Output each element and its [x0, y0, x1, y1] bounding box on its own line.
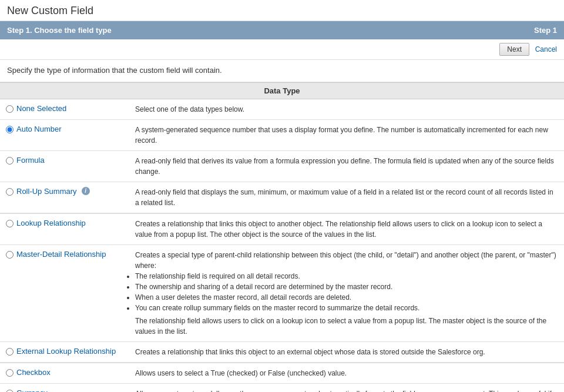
description-cell: Creates a relationship that links this o… — [129, 213, 564, 245]
radio-external-lookup-relationship[interactable] — [6, 348, 14, 356]
radio-label-text: None Selected — [16, 104, 66, 113]
radio-formula[interactable] — [6, 157, 14, 165]
radio-roll-up-summary[interactable] — [6, 188, 14, 196]
table-row: Lookup RelationshipCreates a relationshi… — [0, 213, 564, 245]
description-text: Creates a relationship that links this o… — [135, 347, 558, 357]
action-bar: Next Cancel — [0, 39, 564, 60]
radio-cell: Lookup Relationship — [0, 213, 129, 245]
next-button[interactable]: Next — [499, 43, 529, 56]
table-row: FormulaA read-only field that derives it… — [0, 151, 564, 182]
description-text: A read-only field that displays the sum,… — [135, 187, 558, 208]
step-header-label: Step 1. Choose the field type — [7, 26, 112, 35]
description-cell: A system-generated sequence number that … — [129, 120, 564, 151]
radio-label-lookup-relationship[interactable]: Lookup Relationship — [6, 219, 126, 227]
description-text: Allows users to enter a dollar or other … — [135, 388, 558, 392]
info-icon[interactable]: i — [82, 187, 90, 195]
radio-label-text: Formula — [16, 156, 45, 165]
radio-label-text: Checkbox — [16, 368, 51, 377]
bullet-item: You can create rollup summary fields on … — [135, 303, 558, 313]
page-title: New Custom Field — [7, 5, 557, 17]
bullet-item: The relationship field is required on al… — [135, 271, 558, 282]
description-text: A read-only field that derives its value… — [135, 156, 558, 177]
table-row: CheckboxAllows users to select a True (c… — [0, 363, 564, 384]
table-row: External Lookup RelationshipCreates a re… — [0, 342, 564, 363]
description-cell: A read-only field that derives its value… — [129, 151, 564, 182]
table-row: CurrencyAllows users to enter a dollar o… — [0, 384, 564, 393]
radio-label-text: Auto Number — [16, 125, 62, 133]
page-header: New Custom Field — [0, 0, 564, 21]
description-after-text: The relationship field allows users to c… — [135, 316, 558, 337]
description-cell: Creates a relationship that links this o… — [129, 342, 564, 363]
column-header: Data Type — [0, 83, 564, 99]
radio-cell: Roll-Up Summaryi — [0, 182, 129, 214]
radio-auto-number[interactable] — [6, 126, 14, 133]
bullet-item: The ownership and sharing of a detail re… — [135, 282, 558, 292]
description-cell: Select one of the data types below. — [129, 99, 564, 120]
radio-cell: Formula — [0, 151, 129, 182]
radio-cell: Auto Number — [0, 120, 129, 151]
radio-label-master-detail-relationship[interactable]: Master-Detail Relationship — [6, 250, 126, 259]
radio-label-text: Roll-Up Summary — [16, 187, 77, 196]
description-text: Creates a special type of parent-child r… — [135, 250, 558, 271]
cancel-link[interactable]: Cancel — [535, 45, 557, 53]
radio-label-none-selected[interactable]: None Selected — [6, 104, 126, 113]
radio-cell: None Selected — [0, 99, 129, 120]
description-cell: Allows users to select a True (checked) … — [129, 363, 564, 384]
table-row: Roll-Up SummaryiA read-only field that d… — [0, 182, 564, 214]
intro-text: Specify the type of information that the… — [0, 60, 564, 82]
radio-master-detail-relationship[interactable] — [6, 251, 14, 259]
table-row: Auto NumberA system-generated sequence n… — [0, 120, 564, 151]
description-text: Creates a relationship that links this o… — [135, 219, 558, 240]
radio-label-auto-number[interactable]: Auto Number — [6, 125, 126, 133]
description-cell: Creates a special type of parent-child r… — [129, 245, 564, 342]
radio-checkbox[interactable] — [6, 369, 14, 377]
radio-none-selected[interactable] — [6, 105, 14, 113]
radio-label-checkbox[interactable]: Checkbox — [6, 368, 126, 377]
description-cell: Allows users to enter a dollar or other … — [129, 384, 564, 393]
bullet-item: When a user deletes the master record, a… — [135, 292, 558, 303]
radio-currency[interactable] — [6, 390, 14, 392]
radio-cell: Checkbox — [0, 363, 129, 384]
description-text: A system-generated sequence number that … — [135, 125, 558, 146]
step-header: Step 1. Choose the field type Step 1 — [0, 21, 564, 39]
table-row: None SelectedSelect one of the data type… — [0, 99, 564, 120]
step-header-number: Step 1 — [534, 26, 557, 35]
table-row: Master-Detail RelationshipCreates a spec… — [0, 245, 564, 342]
description-text: Allows users to select a True (checked) … — [135, 368, 558, 378]
radio-lookup-relationship[interactable] — [6, 220, 14, 227]
radio-cell: External Lookup Relationship — [0, 342, 129, 363]
radio-label-external-lookup-relationship[interactable]: External Lookup Relationship — [6, 347, 126, 356]
radio-label-text: Lookup Relationship — [16, 219, 86, 227]
radio-label-text: Currency — [16, 388, 48, 392]
table-container: Data Type None SelectedSelect one of the… — [0, 82, 564, 392]
radio-label-text: External Lookup Relationship — [16, 347, 116, 356]
radio-label-formula[interactable]: Formula — [6, 156, 126, 165]
bullet-list: The relationship field is required on al… — [135, 271, 558, 313]
radio-label-text: Master-Detail Relationship — [16, 250, 106, 259]
radio-cell: Currency — [0, 384, 129, 393]
description-cell: A read-only field that displays the sum,… — [129, 182, 564, 214]
description-text: Select one of the data types below. — [135, 104, 558, 115]
radio-label-roll-up-summary[interactable]: Roll-Up Summaryi — [6, 187, 126, 196]
radio-label-currency[interactable]: Currency — [6, 388, 126, 392]
radio-cell: Master-Detail Relationship — [0, 245, 129, 342]
